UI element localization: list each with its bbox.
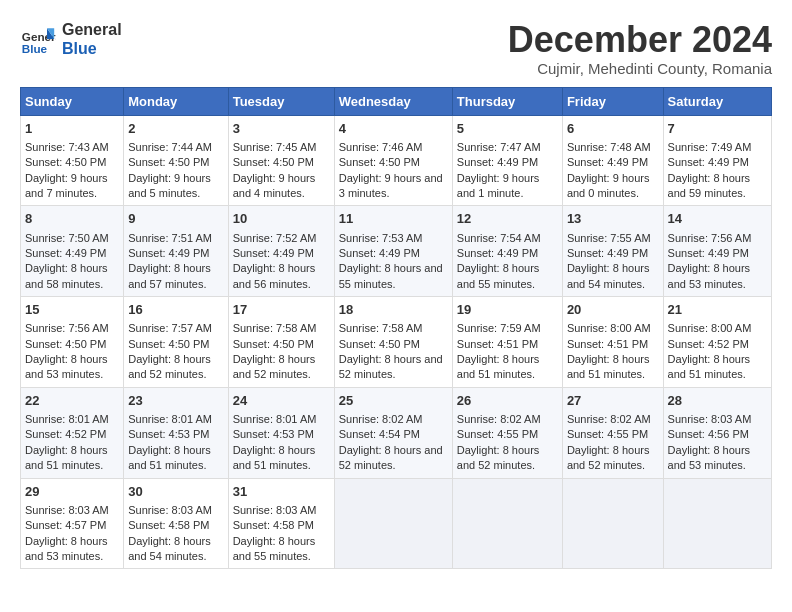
- table-row: 28 Sunrise: 8:03 AM Sunset: 4:56 PM Dayl…: [663, 387, 771, 478]
- table-row: 20 Sunrise: 8:00 AM Sunset: 4:51 PM Dayl…: [562, 297, 663, 388]
- table-row: 25 Sunrise: 8:02 AM Sunset: 4:54 PM Dayl…: [334, 387, 452, 478]
- logo-icon: General Blue: [20, 21, 56, 57]
- table-row: 9 Sunrise: 7:51 AM Sunset: 4:49 PM Dayli…: [124, 206, 228, 297]
- table-row: 27 Sunrise: 8:02 AM Sunset: 4:55 PM Dayl…: [562, 387, 663, 478]
- col-friday: Friday: [562, 87, 663, 115]
- svg-text:Blue: Blue: [22, 42, 48, 55]
- table-row: 2 Sunrise: 7:44 AM Sunset: 4:50 PM Dayli…: [124, 115, 228, 206]
- table-row: 10 Sunrise: 7:52 AM Sunset: 4:49 PM Dayl…: [228, 206, 334, 297]
- table-row: [334, 478, 452, 569]
- table-row: 11 Sunrise: 7:53 AM Sunset: 4:49 PM Dayl…: [334, 206, 452, 297]
- col-tuesday: Tuesday: [228, 87, 334, 115]
- table-row: 7 Sunrise: 7:49 AM Sunset: 4:49 PM Dayli…: [663, 115, 771, 206]
- page-header: General Blue General Blue December 2024 …: [20, 20, 772, 77]
- table-row: 4 Sunrise: 7:46 AM Sunset: 4:50 PM Dayli…: [334, 115, 452, 206]
- table-row: 8 Sunrise: 7:50 AM Sunset: 4:49 PM Dayli…: [21, 206, 124, 297]
- table-row: 30 Sunrise: 8:03 AM Sunset: 4:58 PM Dayl…: [124, 478, 228, 569]
- table-row: 17 Sunrise: 7:58 AM Sunset: 4:50 PM Dayl…: [228, 297, 334, 388]
- table-row: 29 Sunrise: 8:03 AM Sunset: 4:57 PM Dayl…: [21, 478, 124, 569]
- table-row: 5 Sunrise: 7:47 AM Sunset: 4:49 PM Dayli…: [452, 115, 562, 206]
- calendar-header: Sunday Monday Tuesday Wednesday Thursday…: [21, 87, 772, 115]
- title-section: December 2024 Cujmir, Mehedinti County, …: [508, 20, 772, 77]
- table-row: 22 Sunrise: 8:01 AM Sunset: 4:52 PM Dayl…: [21, 387, 124, 478]
- table-row: 19 Sunrise: 7:59 AM Sunset: 4:51 PM Dayl…: [452, 297, 562, 388]
- col-thursday: Thursday: [452, 87, 562, 115]
- table-row: 23 Sunrise: 8:01 AM Sunset: 4:53 PM Dayl…: [124, 387, 228, 478]
- col-saturday: Saturday: [663, 87, 771, 115]
- logo-text: General Blue: [62, 20, 122, 58]
- table-row: 21 Sunrise: 8:00 AM Sunset: 4:52 PM Dayl…: [663, 297, 771, 388]
- col-monday: Monday: [124, 87, 228, 115]
- table-row: [452, 478, 562, 569]
- table-row: 14 Sunrise: 7:56 AM Sunset: 4:49 PM Dayl…: [663, 206, 771, 297]
- table-row: 3 Sunrise: 7:45 AM Sunset: 4:50 PM Dayli…: [228, 115, 334, 206]
- table-row: [663, 478, 771, 569]
- table-row: 18 Sunrise: 7:58 AM Sunset: 4:50 PM Dayl…: [334, 297, 452, 388]
- table-row: 12 Sunrise: 7:54 AM Sunset: 4:49 PM Dayl…: [452, 206, 562, 297]
- logo: General Blue General Blue: [20, 20, 122, 58]
- table-row: 16 Sunrise: 7:57 AM Sunset: 4:50 PM Dayl…: [124, 297, 228, 388]
- calendar-table: Sunday Monday Tuesday Wednesday Thursday…: [20, 87, 772, 570]
- col-wednesday: Wednesday: [334, 87, 452, 115]
- table-row: 24 Sunrise: 8:01 AM Sunset: 4:53 PM Dayl…: [228, 387, 334, 478]
- table-row: 13 Sunrise: 7:55 AM Sunset: 4:49 PM Dayl…: [562, 206, 663, 297]
- table-row: 31 Sunrise: 8:03 AM Sunset: 4:58 PM Dayl…: [228, 478, 334, 569]
- calendar-body: 1 Sunrise: 7:43 AM Sunset: 4:50 PM Dayli…: [21, 115, 772, 569]
- calendar-title: December 2024: [508, 20, 772, 60]
- calendar-subtitle: Cujmir, Mehedinti County, Romania: [508, 60, 772, 77]
- table-row: 1 Sunrise: 7:43 AM Sunset: 4:50 PM Dayli…: [21, 115, 124, 206]
- col-sunday: Sunday: [21, 87, 124, 115]
- table-row: [562, 478, 663, 569]
- table-row: 6 Sunrise: 7:48 AM Sunset: 4:49 PM Dayli…: [562, 115, 663, 206]
- table-row: 15 Sunrise: 7:56 AM Sunset: 4:50 PM Dayl…: [21, 297, 124, 388]
- table-row: 26 Sunrise: 8:02 AM Sunset: 4:55 PM Dayl…: [452, 387, 562, 478]
